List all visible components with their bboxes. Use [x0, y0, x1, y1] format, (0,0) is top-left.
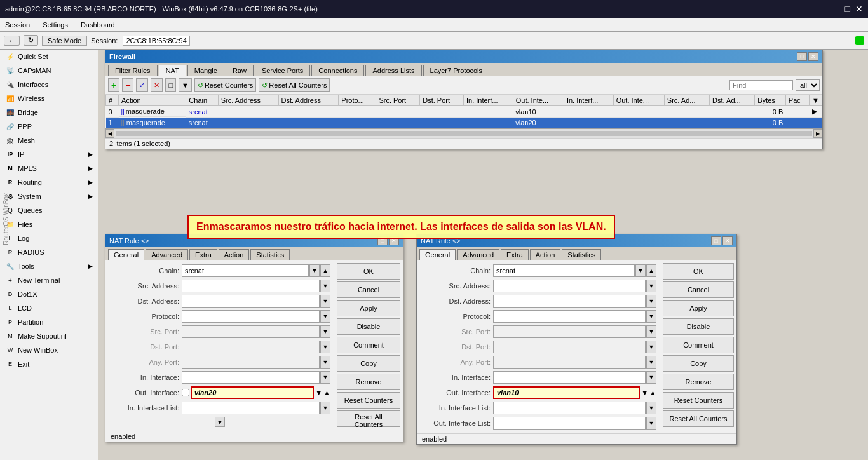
nat2-out-if-list-input[interactable]: [493, 417, 646, 430]
nat1-apply-btn[interactable]: Apply: [337, 300, 400, 316]
sidebar-item-capsman[interactable]: 📡 CAPsMAN: [0, 64, 98, 78]
nat2-cancel-btn[interactable]: Cancel: [663, 281, 734, 298]
nat1-tab-advanced[interactable]: Advanced: [146, 249, 188, 260]
nat1-comment-btn[interactable]: Comment: [337, 337, 400, 353]
scroll-left-btn[interactable]: ◀: [105, 129, 114, 138]
nat1-dst-address-input[interactable]: [182, 295, 320, 308]
nat1-reset-counters-btn[interactable]: Reset Counters: [337, 392, 400, 409]
nat1-src-address-dd-btn[interactable]: ▼: [320, 280, 330, 292]
sidebar-item-new-terminal[interactable]: + New Terminal: [0, 273, 98, 287]
nat2-minimize-btn[interactable]: □: [711, 236, 721, 245]
sidebar-item-tools[interactable]: 🔧 Tools ▶: [0, 259, 98, 273]
sidebar-item-radius[interactable]: R RADIUS: [0, 245, 98, 259]
back-button[interactable]: ←: [4, 36, 20, 46]
nat1-tab-extra[interactable]: Extra: [189, 249, 217, 260]
sidebar-item-queues[interactable]: Q Queues: [0, 203, 98, 217]
nat2-dst-address-dd-btn[interactable]: ▼: [646, 295, 656, 308]
nat1-src-port-input[interactable]: [182, 325, 320, 338]
nat2-src-address-input[interactable]: [493, 280, 646, 292]
table-row[interactable]: 0 || masquerade srcnat vlan10: [106, 106, 822, 118]
nat1-chain-input[interactable]: [182, 264, 309, 277]
fw-filter-select[interactable]: all: [796, 79, 820, 91]
scroll-right-btn[interactable]: ▶: [813, 129, 822, 138]
nat2-src-port-input[interactable]: [493, 325, 646, 338]
nat1-in-interface-input[interactable]: [182, 371, 320, 384]
nat1-disable-btn[interactable]: Disable: [337, 318, 400, 335]
nat2-src-address-dd-btn[interactable]: ▼: [646, 280, 656, 292]
nat1-out-interface-input[interactable]: [191, 386, 314, 399]
sidebar-item-mpls[interactable]: M MPLS ▶: [0, 161, 98, 175]
sidebar-item-wireless[interactable]: 📶 Wireless: [0, 91, 98, 105]
sidebar-item-new-winbox[interactable]: W New WinBox: [0, 343, 98, 357]
nat2-remove-btn[interactable]: Remove: [663, 374, 734, 390]
nat2-disable-btn[interactable]: Disable: [663, 318, 734, 335]
fw-find-input[interactable]: [729, 80, 793, 90]
nat2-apply-btn[interactable]: Apply: [663, 300, 734, 316]
nat1-in-if-list-dd-btn[interactable]: ▼: [320, 402, 330, 414]
nat2-protocol-dd-btn[interactable]: ▼: [646, 310, 656, 323]
close-btn[interactable]: ✕: [855, 4, 863, 14]
nat1-copy-btn[interactable]: Copy: [337, 355, 400, 372]
table-scrollbar-h[interactable]: ◀ ▶: [105, 129, 822, 138]
refresh-button[interactable]: ↻: [24, 35, 38, 46]
nat2-dst-port-dd-btn[interactable]: ▼: [646, 341, 656, 353]
nat2-comment-btn[interactable]: Comment: [663, 337, 734, 353]
nat1-scroll-down-btn[interactable]: ▼: [215, 417, 225, 427]
nat1-out-if-scroll-up[interactable]: ▲: [323, 389, 330, 396]
menu-settings[interactable]: Settings: [40, 20, 71, 29]
nat2-any-port-dd-btn[interactable]: ▼: [646, 356, 656, 369]
fw-minimize-btn[interactable]: □: [797, 52, 807, 61]
nat2-chain-input[interactable]: [493, 264, 635, 277]
sidebar-item-lcd[interactable]: L LCD: [0, 301, 98, 315]
sidebar-item-routing[interactable]: R Routing ▶: [0, 175, 98, 189]
firewall-window-controls[interactable]: □ ✕: [797, 52, 818, 61]
nat1-dst-port-dd-btn[interactable]: ▼: [320, 341, 330, 353]
nat2-copy-btn[interactable]: Copy: [663, 355, 734, 372]
nat1-tab-action[interactable]: Action: [219, 249, 250, 260]
nat2-dst-port-input[interactable]: [493, 341, 646, 353]
nat2-tab-general[interactable]: General: [419, 249, 456, 260]
tab-connections[interactable]: Connections: [311, 65, 364, 76]
minimize-btn[interactable]: —: [831, 4, 840, 14]
nat1-in-interface-dd-btn[interactable]: ▼: [320, 371, 330, 384]
nat2-close-btn[interactable]: ✕: [722, 236, 733, 245]
sidebar-item-files[interactable]: 📁 Files: [0, 217, 98, 231]
safe-mode-button[interactable]: Safe Mode: [42, 36, 87, 46]
nat1-dst-address-dd-btn[interactable]: ▼: [320, 295, 330, 308]
nat1-remove-btn[interactable]: Remove: [337, 374, 400, 390]
cell-scroll-right[interactable]: ▶: [810, 106, 822, 118]
nat2-src-port-dd-btn[interactable]: ▼: [646, 325, 656, 338]
tab-address-lists[interactable]: Address Lists: [365, 65, 421, 76]
nat1-ok-btn[interactable]: OK: [337, 263, 400, 280]
nat1-protocol-dd-btn[interactable]: ▼: [320, 310, 330, 323]
nat1-tab-statistics[interactable]: Statistics: [250, 249, 290, 260]
nat2-tab-advanced[interactable]: Advanced: [457, 249, 499, 260]
nat2-tab-extra[interactable]: Extra: [501, 249, 529, 260]
fw-reset-all-counters-btn[interactable]: ↺ Reset All Counters: [259, 78, 330, 92]
fw-enable-btn[interactable]: ✓: [136, 78, 148, 92]
sidebar-item-interfaces[interactable]: 🔌 Interfaces: [0, 78, 98, 91]
nat1-dst-port-input[interactable]: [182, 341, 320, 353]
menu-session[interactable]: Session: [3, 20, 32, 29]
sidebar-item-exit[interactable]: E Exit: [0, 357, 98, 371]
table-row[interactable]: 1 || masquerade srcnat vlan20: [106, 118, 822, 128]
nat2-tab-statistics[interactable]: Statistics: [562, 249, 601, 260]
nat1-any-port-input[interactable]: [182, 356, 320, 369]
nat2-out-if-list-dd-btn[interactable]: ▼: [646, 417, 656, 430]
nat1-chain-scroll-up[interactable]: ▲: [320, 264, 330, 277]
nat-rule-2-controls[interactable]: □ ✕: [711, 236, 733, 245]
nat2-dst-address-input[interactable]: [493, 295, 646, 308]
fw-remove-btn[interactable]: −: [122, 78, 133, 92]
nat1-chain-dd-btn[interactable]: ▼: [309, 264, 320, 277]
nat2-reset-all-counters-btn[interactable]: Reset All Counters: [663, 410, 734, 427]
col-scroll[interactable]: ▼: [810, 95, 822, 106]
nat2-reset-counters-btn[interactable]: Reset Counters: [663, 392, 734, 409]
nat1-protocol-input[interactable]: [182, 310, 320, 323]
nat1-cancel-btn[interactable]: Cancel: [337, 281, 400, 298]
tab-raw[interactable]: Raw: [226, 65, 254, 76]
tab-layer7-protocols[interactable]: Layer7 Protocols: [423, 65, 490, 76]
nat1-reset-all-counters-btn[interactable]: Reset All Counters: [337, 410, 400, 427]
nat1-tab-general[interactable]: General: [108, 249, 144, 260]
sidebar-item-log[interactable]: L Log: [0, 231, 98, 245]
nat2-chain-dd-btn[interactable]: ▼: [635, 264, 646, 277]
